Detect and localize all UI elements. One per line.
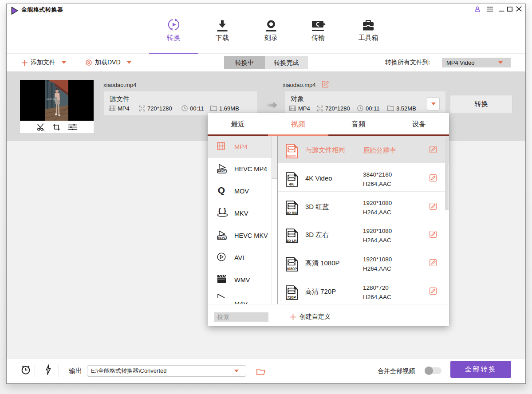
- svg-text:3D RB: 3D RB: [286, 211, 297, 215]
- svg-text:4K: 4K: [289, 182, 294, 186]
- svg-text:1080P: 1080P: [286, 267, 297, 271]
- svg-text:source: source: [287, 154, 297, 158]
- svg-text:Q: Q: [218, 186, 225, 195]
- svg-text:720P: 720P: [287, 295, 296, 299]
- svg-text:HEVC: HEVC: [218, 169, 226, 173]
- svg-text:MKPD 2-N: MKPD 2-N: [47, 98, 56, 101]
- svg-text:HEVC: HEVC: [218, 236, 226, 239]
- svg-text:3D LR: 3D LR: [286, 239, 296, 243]
